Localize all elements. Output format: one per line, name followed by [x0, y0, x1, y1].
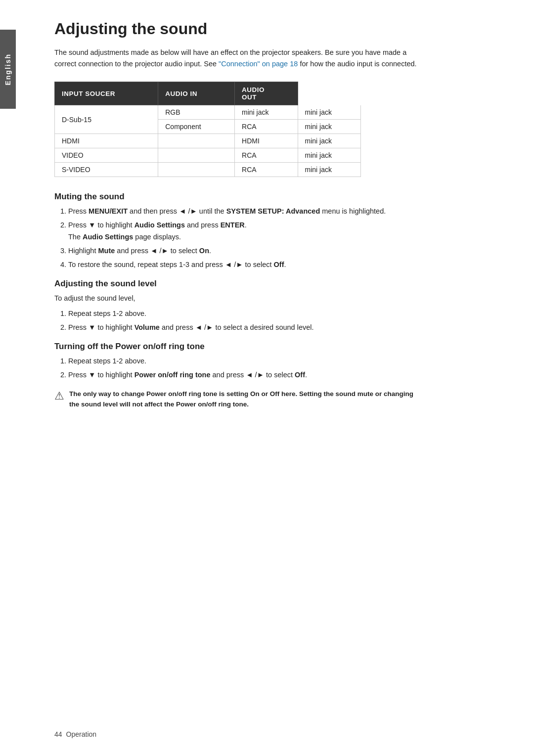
ringtone-section-title: Turning off the Power on/off ring tone	[54, 342, 504, 352]
audio-table: Input Soucer Audio In AudioOut D-Sub-15 …	[54, 82, 361, 177]
off-bold2: Off	[295, 371, 305, 379]
audio-in-component: RCA	[235, 120, 298, 134]
sub-hdmi	[158, 134, 235, 148]
audio-settings-bold2: Audio Settings	[83, 233, 133, 241]
muting-section-title: Muting the sound	[54, 192, 504, 202]
muting-step-2-subline: The Audio Settings page displays.	[68, 231, 504, 243]
volume-bold: Volume	[134, 323, 160, 331]
on-bold: On	[199, 247, 209, 255]
warning-text: The only way to change Power on/off ring…	[69, 389, 415, 410]
mute-bold: Mute	[98, 247, 115, 255]
source-svideo: S-VIDEO	[55, 163, 158, 177]
table-row: S-VIDEO RCA mini jack	[55, 163, 361, 177]
system-setup-bold: SYSTEM SETUP: Advanced	[226, 207, 320, 215]
muting-step-1: Press MENU/EXIT and then press ◄ /► unti…	[68, 206, 504, 218]
sub-component: Component	[158, 120, 235, 134]
warning-icon: ⚠	[54, 390, 64, 402]
sub-svideo	[158, 163, 235, 177]
audio-out-video: mini jack	[298, 148, 360, 163]
enter-bold: ENTER	[221, 221, 245, 229]
footer-label: Operation	[66, 730, 96, 738]
audio-in-hdmi: HDMI	[235, 134, 298, 148]
ringtone-steps: Repeat steps 1-2 above. Press ▼ to highl…	[68, 356, 504, 381]
table-row: D-Sub-15 RGB mini jack mini jack	[55, 105, 361, 120]
source-video: VIDEO	[55, 148, 158, 163]
audio-in-video: RCA	[235, 148, 298, 163]
audio-in-rgb: mini jack	[235, 105, 298, 120]
table-header-audio-out: AudioOut	[235, 82, 298, 105]
off-bold: Off	[274, 261, 284, 268]
intro-text-end: for how the audio input is connected.	[298, 60, 416, 68]
source-dsub: D-Sub-15	[55, 105, 158, 134]
sidebar-label: English	[4, 53, 12, 86]
ringtone-step-1: Repeat steps 1-2 above.	[68, 356, 504, 367]
muting-step-4: To restore the sound, repeat steps 1-3 a…	[68, 259, 504, 271]
connection-link[interactable]: "Connection" on page 18	[219, 60, 298, 68]
sub-rgb: RGB	[158, 105, 235, 120]
audio-settings-bold: Audio Settings	[134, 221, 185, 229]
audio-out-svideo: mini jack	[298, 163, 360, 177]
adjusting-steps: Repeat steps 1-2 above. Press ▼ to highl…	[68, 308, 504, 334]
source-hdmi: HDMI	[55, 134, 158, 148]
muting-step-3: Highlight Mute and press ◄ /► to select …	[68, 245, 504, 257]
sub-video	[158, 148, 235, 163]
footer-page-number: 44	[54, 730, 62, 738]
table-header-source: Input Soucer	[55, 82, 158, 105]
adjusting-intro: To adjust the sound level,	[54, 293, 504, 304]
table-row: VIDEO RCA mini jack	[55, 148, 361, 163]
warning-box: ⚠ The only way to change Power on/off ri…	[54, 389, 415, 410]
menu-exit-bold: MENU/EXIT	[89, 207, 128, 215]
sidebar-tab: English	[0, 30, 16, 109]
adjusting-section-title: Adjusting the sound level	[54, 279, 504, 289]
intro-paragraph: The sound adjustments made as below will…	[54, 47, 430, 70]
table-row: HDMI HDMI mini jack	[55, 134, 361, 148]
audio-in-svideo: RCA	[235, 163, 298, 177]
main-content: Adjusting the sound The sound adjustment…	[25, 0, 534, 440]
ringtone-step-2: Press ▼ to highlight Power on/off ring t…	[68, 369, 504, 381]
table-header-audio-in: Audio In	[158, 82, 235, 105]
audio-out-hdmi: mini jack	[298, 134, 360, 148]
adjusting-step-2: Press ▼ to highlight Volume and press ◄ …	[68, 322, 504, 334]
muting-step-2: Press ▼ to highlight Audio Settings and …	[68, 220, 504, 243]
muting-steps: Press MENU/EXIT and then press ◄ /► unti…	[68, 206, 504, 271]
adjusting-step-1: Repeat steps 1-2 above.	[68, 308, 504, 320]
audio-out-rgb: mini jack	[298, 105, 360, 120]
page-title: Adjusting the sound	[54, 20, 504, 38]
power-ringtone-bold: Power on/off ring tone	[134, 371, 211, 379]
audio-out-component: mini jack	[298, 120, 360, 134]
footer: 44 Operation	[25, 730, 534, 738]
